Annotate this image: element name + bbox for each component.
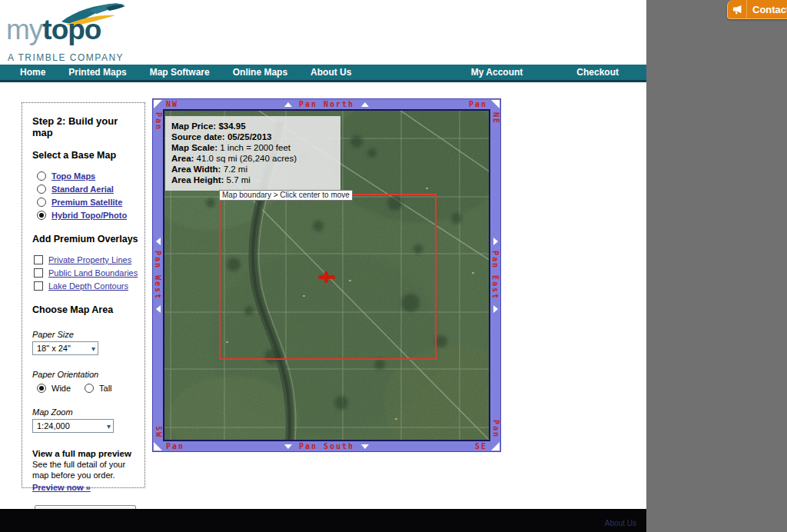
pan-north-bar: NW Pan North Pan	[153, 99, 500, 109]
radio-hybrid-topo-photo[interactable]: Hybrid Topo/Photo	[37, 211, 138, 220]
radio-label[interactable]: Standard Aerial	[51, 185, 114, 194]
checkbox-label[interactable]: Private Property Lines	[48, 255, 131, 264]
radio-label[interactable]: Topo Maps	[51, 171, 95, 181]
info-source-date: Source date: 05/25/2013	[171, 131, 334, 142]
radio-icon[interactable]	[37, 198, 46, 207]
info-area-height: Area Height: 5.7 mi	[171, 175, 334, 185]
chevron-down-icon: ▾	[91, 344, 95, 353]
pan-west-button[interactable]: Pan West	[153, 238, 163, 313]
pan-southeast-button[interactable]	[491, 442, 500, 451]
info-value: 05/25/2013	[227, 132, 272, 141]
info-area: Area: 41.0 sq mi (26,240 acres)	[171, 153, 334, 164]
radio-icon[interactable]	[85, 384, 94, 393]
arrow-left-icon[interactable]	[156, 238, 161, 245]
pan-east-label[interactable]: Pan East	[490, 251, 500, 300]
footer-about-us-link[interactable]: About Us	[605, 519, 636, 527]
pan-south-label[interactable]: Pan South	[299, 441, 354, 451]
radio-icon-selected[interactable]	[37, 384, 46, 393]
nav-item-checkout[interactable]: Checkout	[565, 67, 630, 78]
pan-east-button[interactable]: Pan East	[490, 238, 500, 313]
aerial-map-canvas[interactable]: Map Price: $34.95 Source date: 05/25/201…	[163, 109, 490, 441]
main-nav: Home Printed Maps Map Software Online Ma…	[0, 65, 646, 82]
map-center-crosshair-icon[interactable]	[318, 271, 335, 283]
info-value: 1 inch = 2000 feet	[220, 143, 291, 152]
pan-label-bottom-left: Pan	[166, 441, 184, 451]
checkbox-label[interactable]: Lake Depth Contours	[48, 281, 128, 291]
paper-size-select[interactable]: 18" x 24" ▾	[32, 341, 98, 355]
info-area-width: Area Width: 7.2 mi	[171, 164, 334, 175]
arrow-up-icon[interactable]	[284, 102, 292, 107]
info-value: 7.2 mi	[224, 165, 247, 174]
radio-label[interactable]: Wide	[51, 384, 71, 393]
pan-northeast-button[interactable]	[491, 100, 500, 108]
nav-left-group: Home Printed Maps Map Software Online Ma…	[8, 67, 363, 78]
nav-item-home[interactable]: Home	[8, 67, 57, 78]
arrow-right-icon[interactable]	[493, 305, 498, 313]
corner-label-ne: NE	[491, 112, 501, 125]
pan-north-button[interactable]: Pan North	[284, 99, 369, 109]
map-boundary-tooltip: Map boundary > Click center to move	[219, 190, 353, 201]
brand-logo[interactable]: mytopo A TRIMBLE COMPANY	[6, 2, 160, 65]
nav-item-my-account[interactable]: My Account	[460, 67, 535, 78]
pan-northwest-button[interactable]	[154, 100, 162, 108]
radio-standard-aerial[interactable]: Standard Aerial	[37, 185, 138, 194]
overlay-options: Private Property Lines Public Land Bound…	[34, 255, 138, 291]
page: mytopo A TRIMBLE COMPANY Home Printed Ma…	[0, 0, 646, 532]
nav-item-map-software[interactable]: Map Software	[138, 67, 221, 78]
brand-my: my	[6, 14, 42, 45]
info-label: Area Width:	[171, 165, 221, 174]
info-map-price: Map Price: $34.95	[171, 121, 334, 131]
corner-label-se: SE	[475, 441, 487, 451]
radio-label[interactable]: Hybrid Topo/Photo	[51, 211, 127, 220]
arrow-up-icon[interactable]	[361, 102, 369, 107]
radio-orientation-tall[interactable]: Tall	[85, 384, 112, 393]
info-value: 41.0 sq mi (26,240 acres)	[197, 154, 297, 163]
info-label: Area:	[171, 154, 194, 163]
checkbox-icon[interactable]	[34, 255, 43, 264]
screen: mytopo A TRIMBLE COMPANY Home Printed Ma…	[0, 0, 787, 532]
checkbox-icon[interactable]	[34, 268, 43, 278]
radio-icon-selected[interactable]	[37, 211, 46, 220]
radio-orientation-wide[interactable]: Wide	[37, 384, 71, 393]
map-zoom-select[interactable]: 1:24,000 ▾	[32, 419, 114, 433]
radio-label[interactable]: Premium Satellite	[51, 198, 122, 207]
checkbox-icon[interactable]	[34, 281, 43, 291]
pan-south-bar: Pan Pan South SE	[153, 441, 500, 451]
map-area-heading: Choose Map Area	[32, 304, 138, 315]
map-info-box: Map Price: $34.95 Source date: 05/25/201…	[165, 116, 340, 191]
base-map-heading: Select a Base Map	[32, 150, 138, 161]
info-label: Map Scale:	[171, 143, 218, 152]
arrow-left-icon[interactable]	[156, 305, 161, 313]
checkbox-public-land-boundaries[interactable]: Public Land Boundaries	[34, 268, 138, 278]
arrow-right-icon[interactable]	[493, 238, 498, 245]
checkbox-label[interactable]: Public Land Boundaries	[48, 268, 138, 278]
radio-topo-maps[interactable]: Topo Maps	[37, 171, 138, 181]
nav-right-group: My Account Checkout	[460, 67, 630, 78]
arrow-down-icon[interactable]	[361, 444, 369, 449]
preview-now-link[interactable]: Preview now »	[32, 483, 91, 492]
radio-icon[interactable]	[37, 171, 46, 181]
checkbox-lake-depth-contours[interactable]: Lake Depth Contours	[34, 281, 138, 291]
pan-south-button[interactable]: Pan South	[284, 441, 369, 451]
info-value: $34.95	[218, 121, 245, 131]
pan-west-label[interactable]: Pan West	[153, 251, 163, 300]
radio-premium-satellite[interactable]: Premium Satellite	[37, 198, 138, 207]
chevron-down-icon: ▾	[107, 422, 111, 431]
pan-north-label[interactable]: Pan North	[299, 99, 354, 109]
build-map-panel: Step 2: Build your map Select a Base Map…	[22, 102, 145, 488]
radio-label[interactable]: Tall	[99, 384, 112, 393]
paper-orientation-label: Paper Orientation	[32, 370, 138, 379]
nav-item-printed-maps[interactable]: Printed Maps	[57, 67, 138, 78]
nav-item-about-us[interactable]: About Us	[299, 67, 363, 78]
arrow-down-icon[interactable]	[284, 444, 292, 449]
contact-button[interactable]: Contact	[727, 0, 787, 19]
brand-tagline: A TRIMBLE COMPANY	[8, 52, 124, 63]
step-title: Step 2: Build your map	[32, 115, 138, 138]
overlays-heading: Add Premium Overlays	[32, 234, 138, 244]
checkbox-private-property-lines[interactable]: Private Property Lines	[34, 255, 138, 264]
info-value: 5.7 mi	[227, 175, 251, 185]
radio-icon[interactable]	[37, 185, 46, 194]
pan-southwest-button[interactable]	[154, 442, 162, 451]
megaphone-icon	[728, 0, 747, 18]
nav-item-online-maps[interactable]: Online Maps	[221, 67, 299, 78]
